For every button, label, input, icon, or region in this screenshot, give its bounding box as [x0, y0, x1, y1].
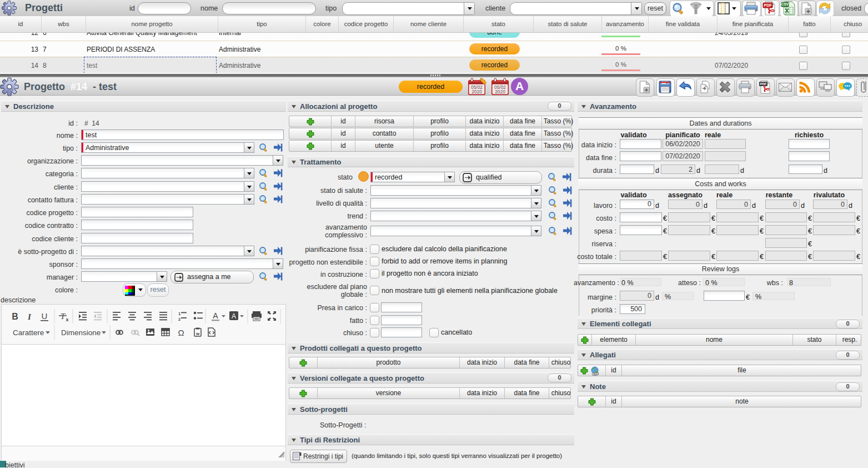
svg-text:U: U [42, 311, 48, 321]
svg-text:B: B [12, 312, 18, 321]
svg-text:T: T [61, 312, 66, 321]
svg-text:CSV: CSV [781, 2, 789, 6]
svg-text:2020: 2020 [471, 89, 482, 94]
svg-text:PDF: PDF [764, 3, 772, 7]
svg-text:Carattere: Carattere [13, 328, 44, 337]
svg-text:I: I [27, 312, 32, 321]
svg-text:Dimensione: Dimensione [61, 328, 101, 337]
svg-text:x: x [66, 317, 68, 322]
svg-text:PDF: PDF [760, 82, 767, 86]
svg-text:w: w [195, 331, 200, 336]
svg-text:1: 1 [178, 311, 180, 316]
svg-text:2: 2 [178, 317, 180, 322]
svg-text:2020: 2020 [495, 89, 505, 94]
svg-text:A: A [213, 311, 218, 320]
svg-text:Ω: Ω [178, 328, 184, 337]
